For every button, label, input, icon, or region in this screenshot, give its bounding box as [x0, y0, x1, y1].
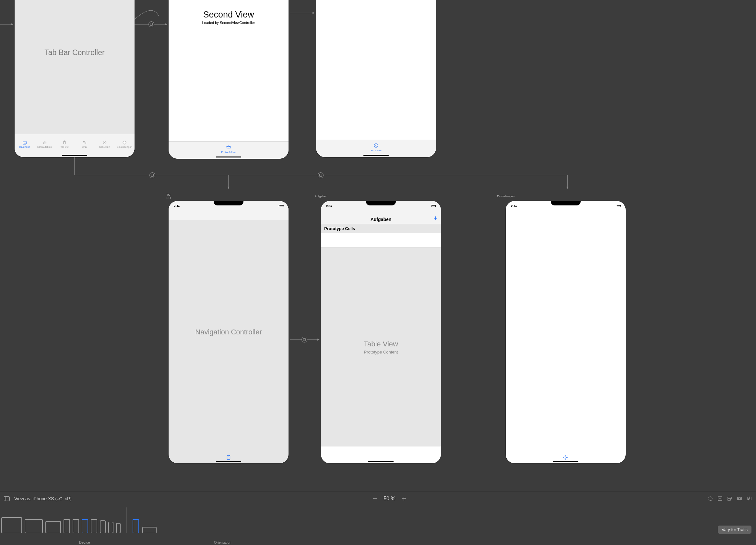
scene-nav-controller[interactable]: 9:41 Navigation Controller	[169, 201, 289, 463]
svg-point-22	[708, 497, 712, 501]
prototype-cells-header: Prototype Cells	[321, 224, 441, 233]
device-iphone-xs[interactable]	[82, 519, 88, 533]
tab-kalender[interactable]: 18 Kalender	[15, 134, 35, 155]
vary-for-traits-button[interactable]: Vary for Traits	[718, 526, 751, 534]
tab-single-einkaufsliste[interactable]: Einkaufsliste	[221, 142, 236, 156]
device-group-label: Device	[79, 540, 90, 544]
tab-icon-gear[interactable]	[563, 455, 569, 462]
table-view-sub: Prototype Content	[364, 349, 398, 354]
clipboard-icon	[62, 140, 67, 145]
svg-point-18	[565, 457, 567, 458]
tab-chat[interactable]: Chat	[75, 134, 95, 155]
battery-icon	[431, 205, 436, 207]
battery-icon	[616, 205, 620, 207]
device-iphone-8[interactable]	[100, 520, 106, 533]
add-button[interactable]: +	[433, 214, 438, 223]
resolve-issues-icon[interactable]	[746, 496, 752, 502]
orientation-landscape[interactable]	[142, 527, 157, 533]
device-iphone-max[interactable]	[64, 519, 70, 533]
segue-badge[interactable]	[148, 21, 154, 27]
table-view-label: Table View	[364, 340, 398, 348]
tab-einstellungen[interactable]: Einstellungen	[114, 134, 135, 155]
segue-badge[interactable]	[318, 172, 324, 178]
battery-icon	[279, 205, 283, 207]
tab-todo[interactable]: TO DO	[54, 134, 75, 155]
view-as-label[interactable]: View as: iPhone XS (wC hR)	[14, 496, 72, 501]
storyboard-canvas[interactable]: Tab Bar Controller 18 Kalender Einkaufsl…	[0, 0, 756, 545]
scene-aufgaben[interactable]: 9:41 Aufgaben + Prototype Cells Table Vi…	[321, 201, 441, 463]
toggle-panel-icon[interactable]	[4, 496, 10, 501]
nav-controller-label: Navigation Controller	[195, 328, 262, 336]
segue-badge[interactable]	[149, 172, 155, 178]
second-view-subtitle: Loaded by SecondViewController	[169, 21, 289, 25]
home-indicator	[216, 157, 241, 158]
pin-constraints-icon[interactable]	[737, 496, 742, 502]
home-indicator	[216, 461, 241, 462]
svg-text:€: €	[375, 144, 377, 147]
device-picker	[1, 507, 127, 533]
svg-text:18: 18	[24, 143, 26, 144]
align-icon[interactable]	[727, 496, 733, 502]
home-indicator	[368, 461, 394, 462]
device-ipad-11[interactable]	[25, 519, 43, 533]
notch	[366, 201, 396, 206]
chat-icon	[82, 140, 87, 145]
svg-rect-24	[728, 497, 732, 498]
embed-in-icon[interactable]	[717, 496, 723, 502]
home-indicator	[62, 155, 87, 156]
zoom-value: 50 %	[384, 496, 395, 502]
second-view-title: Second View	[169, 10, 289, 20]
scene-einstellungen[interactable]: 9:41	[506, 201, 626, 463]
device-iphone-plus[interactable]	[91, 519, 97, 533]
update-frames-icon[interactable]	[707, 496, 713, 502]
nav-title: Aufgaben	[321, 217, 441, 222]
tabbar-controller-label: Tab Bar Controller	[44, 48, 104, 57]
segue-badge[interactable]	[301, 337, 307, 342]
device-iphone-xr[interactable]	[73, 519, 79, 533]
scene-tabbar-controller[interactable]: Tab Bar Controller 18 Kalender Einkaufsl…	[15, 0, 135, 157]
zoom-in-button[interactable]	[401, 495, 407, 502]
device-ipad-12[interactable]	[1, 517, 22, 533]
svg-point-13	[124, 142, 125, 143]
tab-schulden[interactable]: € Schulden	[95, 134, 115, 155]
tab-einkaufsliste[interactable]: Einkaufsliste	[35, 134, 55, 155]
basket-icon	[42, 140, 47, 145]
svg-rect-28	[738, 498, 740, 500]
device-iphone-se[interactable]	[108, 522, 113, 533]
basket-icon	[226, 144, 231, 150]
prototype-cell[interactable]	[321, 233, 441, 248]
zoom-out-button[interactable]	[372, 495, 378, 502]
traits-footer: View as: iPhone XS (wC hR) 50 %	[0, 492, 756, 545]
zoom-controls: 50 %	[372, 495, 407, 502]
calendar-icon: 18	[22, 140, 27, 145]
svg-point-10	[85, 142, 86, 144]
svg-text:€: €	[104, 142, 105, 144]
device-ipad-9[interactable]	[45, 521, 61, 533]
scene-schulden[interactable]: € Schulden	[316, 0, 436, 157]
home-indicator	[363, 155, 389, 156]
gear-icon	[122, 140, 127, 145]
tabbar: 18 Kalender Einkaufsliste TO DO Chat €	[15, 134, 135, 157]
scene-second-view[interactable]: Second View Loaded by SecondViewControll…	[169, 0, 289, 159]
tab-single-schulden[interactable]: € Schulden	[371, 140, 381, 155]
orientation-portrait[interactable]	[133, 519, 139, 533]
device-iphone-4s[interactable]	[116, 523, 121, 533]
notch	[551, 201, 581, 206]
orientation-group-label: Orientation	[214, 540, 231, 544]
notch	[214, 201, 243, 206]
table-body[interactable]: Table View Prototype Content	[321, 248, 441, 446]
home-indicator	[553, 461, 578, 462]
orientation-picker	[127, 507, 157, 533]
svg-rect-25	[728, 499, 730, 500]
tab-icon-clipboard[interactable]	[226, 455, 231, 462]
euro-icon: €	[373, 143, 379, 148]
euro-icon: €	[102, 140, 107, 145]
